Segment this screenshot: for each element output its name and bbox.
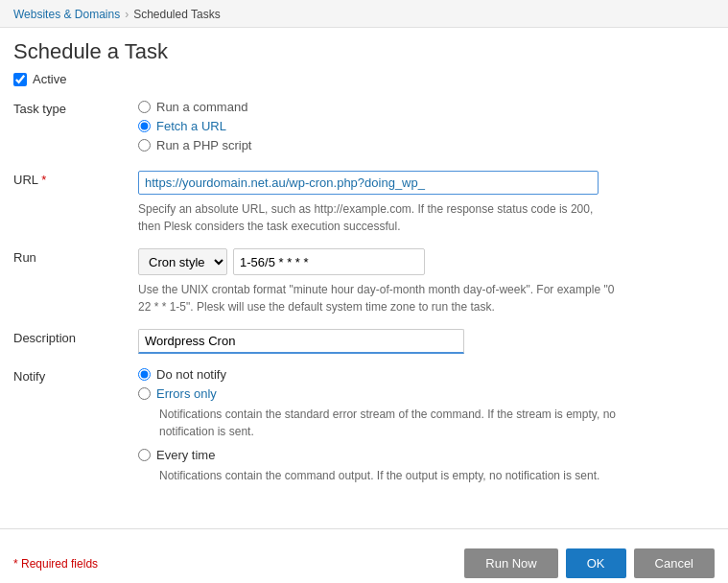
notify-errors[interactable]: Errors only xyxy=(138,386,715,401)
description-content xyxy=(138,329,715,354)
active-checkbox[interactable] xyxy=(13,73,27,86)
errors-only-label[interactable]: Errors only xyxy=(156,386,217,401)
description-label: Description xyxy=(13,329,138,345)
description-input[interactable] xyxy=(138,329,464,354)
ok-button[interactable]: OK xyxy=(566,548,626,578)
run-row: Run Cron style Use the UNIX crontab form… xyxy=(13,248,715,315)
url-helper: Specify an absolute URL, such as http://… xyxy=(138,200,618,235)
page-title: Schedule a Task xyxy=(0,28,728,72)
errors-only-helper: Notifications contain the standard error… xyxy=(159,406,620,440)
notify-label: Notify xyxy=(13,367,138,384)
url-row: URL Specify an absolute URL, such as htt… xyxy=(13,171,715,235)
url-label: URL xyxy=(13,171,138,187)
run-command-label[interactable]: Run a command xyxy=(156,100,247,114)
task-type-label: Task type xyxy=(13,100,138,116)
footer-divider xyxy=(0,528,728,529)
footer: * Required fields Run Now OK Cancel xyxy=(0,539,728,583)
every-time-helper: Notifications contain the command output… xyxy=(159,467,620,484)
active-label[interactable]: Active xyxy=(33,72,66,86)
radio-run-command[interactable] xyxy=(138,101,151,113)
required-note: * Required fields xyxy=(13,557,98,571)
radio-errors-only[interactable] xyxy=(138,387,151,400)
notify-every-time[interactable]: Every time xyxy=(138,448,715,462)
fetch-url-label[interactable]: Fetch a URL xyxy=(156,119,226,133)
run-row-content: Cron style xyxy=(138,248,715,275)
breadcrumb: Websites & Domains › Scheduled Tasks xyxy=(0,0,728,28)
cron-style-select[interactable]: Cron style xyxy=(138,248,227,275)
description-row: Description xyxy=(13,329,715,354)
url-input[interactable] xyxy=(138,171,599,195)
run-content: Cron style Use the UNIX crontab format "… xyxy=(138,248,715,315)
do-not-notify-label[interactable]: Do not notify xyxy=(156,367,226,382)
task-type-fetch-url[interactable]: Fetch a URL xyxy=(138,119,715,133)
run-label: Run xyxy=(13,248,138,265)
run-now-button[interactable]: Run Now xyxy=(464,548,557,578)
cancel-button[interactable]: Cancel xyxy=(634,548,715,578)
task-type-run-command[interactable]: Run a command xyxy=(138,100,715,114)
task-type-options: Run a command Fetch a URL Run a PHP scri… xyxy=(138,100,715,157)
radio-every-time[interactable] xyxy=(138,449,151,461)
breadcrumb-current: Scheduled Tasks xyxy=(133,8,221,21)
run-php-label[interactable]: Run a PHP script xyxy=(156,138,251,152)
breadcrumb-separator: › xyxy=(125,8,129,21)
form-container: Active Task type Run a command Fetch a U… xyxy=(0,72,728,519)
active-row: Active xyxy=(13,72,715,86)
task-type-row: Task type Run a command Fetch a URL Run … xyxy=(13,100,715,157)
run-helper: Use the UNIX crontab format "minute hour… xyxy=(138,281,618,315)
radio-fetch-url[interactable] xyxy=(138,120,151,132)
notify-content: Do not notify Errors only Notifications … xyxy=(138,367,715,492)
breadcrumb-parent[interactable]: Websites & Domains xyxy=(13,8,120,21)
cron-input[interactable] xyxy=(233,248,425,275)
radio-run-php[interactable] xyxy=(138,139,151,152)
footer-buttons: Run Now OK Cancel xyxy=(464,548,715,578)
task-type-run-php[interactable]: Run a PHP script xyxy=(138,138,715,152)
radio-do-not-notify[interactable] xyxy=(138,368,151,381)
every-time-label[interactable]: Every time xyxy=(156,448,215,462)
url-content: Specify an absolute URL, such as http://… xyxy=(138,171,715,235)
notify-row: Notify Do not notify Errors only Notific… xyxy=(13,367,715,492)
notify-do-not[interactable]: Do not notify xyxy=(138,367,715,382)
